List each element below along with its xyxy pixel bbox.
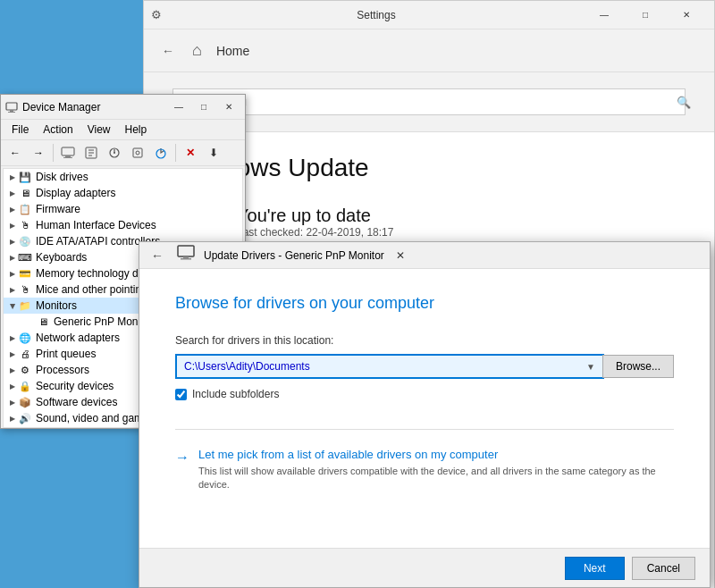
dm-icon-software: 📦 bbox=[18, 395, 32, 409]
ud-pick-driver-link[interactable]: → Let me pick from a list of available d… bbox=[175, 448, 674, 492]
dm-tool-update[interactable] bbox=[150, 142, 172, 164]
dm-menu-help[interactable]: Help bbox=[118, 122, 155, 138]
svg-rect-17 bbox=[183, 256, 189, 258]
svg-rect-16 bbox=[178, 246, 194, 256]
settings-search-icon: 🔍 bbox=[677, 96, 691, 109]
ud-monitor-icon bbox=[177, 245, 195, 265]
ud-checkbox-row: Include subfolders bbox=[175, 388, 674, 400]
svg-rect-3 bbox=[62, 147, 74, 155]
dm-icon-firmware: 📋 bbox=[18, 202, 32, 216]
update-status-heading: You're up to date bbox=[237, 206, 393, 226]
dm-expand-software: ▶ bbox=[7, 399, 18, 407]
dm-menu-view[interactable]: View bbox=[80, 122, 118, 138]
dm-icon-network: 🌐 bbox=[18, 331, 32, 345]
ud-search-label: Search for drivers in this location: bbox=[175, 334, 674, 347]
svg-point-12 bbox=[114, 152, 115, 154]
dm-close-btn[interactable]: ✕ bbox=[216, 97, 241, 118]
ud-divider bbox=[175, 429, 674, 430]
dm-menu-action[interactable]: Action bbox=[36, 122, 80, 138]
dm-expand-network: ▶ bbox=[7, 334, 18, 342]
ud-cancel-button[interactable]: Cancel bbox=[632, 557, 695, 580]
dm-expand-ide: ▶ bbox=[7, 238, 18, 246]
update-drivers-dialog: ← Update Drivers - Generic PnP Monitor ✕… bbox=[139, 241, 711, 588]
ud-nav: ← Update Drivers - Generic PnP Monitor bbox=[147, 245, 384, 266]
ud-next-button[interactable]: Next bbox=[565, 557, 625, 580]
ud-pick-link-desc: This list will show available drivers co… bbox=[198, 465, 674, 492]
dm-expand-firmware: ▶ bbox=[7, 206, 18, 214]
settings-nav-title: Home bbox=[216, 44, 249, 58]
svg-point-14 bbox=[136, 151, 139, 155]
dm-expand-disk: ▶ bbox=[7, 173, 18, 181]
dm-toolbar: ← → ✕ ⬇ bbox=[1, 140, 245, 166]
dm-expand-monitors: ▶ bbox=[9, 300, 17, 311]
dm-icon-sound: 🔊 bbox=[18, 411, 32, 425]
dm-tool-remove[interactable]: ✕ bbox=[180, 142, 201, 164]
ud-dialog-close-btn[interactable]: ✕ bbox=[384, 243, 416, 268]
dm-label-disk: Disk drives bbox=[36, 171, 88, 183]
dm-expand-hid: ▶ bbox=[7, 222, 18, 230]
svg-rect-0 bbox=[6, 103, 17, 110]
dm-tool-forward[interactable]: → bbox=[28, 142, 49, 164]
dm-expand-security: ▶ bbox=[7, 382, 18, 391]
dm-tool-sep1 bbox=[53, 144, 54, 162]
ud-back-btn[interactable]: ← bbox=[147, 245, 168, 266]
update-status-row: ↻ ✓ You're up to date Last checked: 22-0… bbox=[180, 200, 678, 243]
dm-item-hid[interactable]: ▶ 🖱 Human Interface Devices bbox=[4, 217, 242, 233]
ud-pick-text: Let me pick from a list of available dri… bbox=[198, 448, 674, 492]
dm-icon-keyboards: ⌨ bbox=[18, 250, 32, 265]
dm-icon-storage: 💾 bbox=[18, 427, 32, 428]
dm-minimize-btn[interactable]: — bbox=[166, 97, 191, 118]
ud-include-subfolders-checkbox[interactable] bbox=[175, 389, 187, 400]
dm-icon-mice: 🖱 bbox=[18, 282, 32, 297]
settings-window-title: Settings bbox=[169, 9, 584, 21]
update-status-text: You're up to date Last checked: 22-04-20… bbox=[237, 206, 393, 239]
svg-rect-4 bbox=[65, 155, 71, 157]
dm-tool-more[interactable]: ⬇ bbox=[203, 142, 224, 164]
settings-back-btn[interactable]: ← bbox=[158, 40, 178, 62]
dm-icon-hid: 🖱 bbox=[18, 218, 32, 232]
dm-item-display[interactable]: ▶ 🖥 Display adapters bbox=[4, 185, 242, 201]
svg-rect-18 bbox=[181, 258, 191, 260]
settings-close-btn[interactable]: ✕ bbox=[666, 1, 707, 29]
settings-nav: ← ⌂ Home bbox=[144, 29, 714, 72]
dm-icon-ide: 💿 bbox=[18, 234, 32, 248]
ud-path-input[interactable] bbox=[175, 354, 604, 379]
svg-rect-1 bbox=[10, 110, 13, 112]
dm-window-title: Device Manager bbox=[22, 101, 166, 113]
settings-search-input[interactable] bbox=[172, 88, 686, 115]
dm-expand-processors: ▶ bbox=[7, 366, 18, 374]
dm-label-security: Security devices bbox=[36, 380, 114, 392]
dm-expand-keyboards: ▶ bbox=[7, 254, 18, 262]
dm-menu-file[interactable]: File bbox=[4, 122, 36, 138]
dm-tool-back[interactable]: ← bbox=[4, 142, 26, 164]
dm-label-print: Print queues bbox=[36, 348, 96, 360]
settings-minimize-btn[interactable]: — bbox=[584, 1, 625, 29]
settings-titlebar: ⚙ Settings — □ ✕ bbox=[144, 1, 714, 29]
dm-expand-memory: ▶ bbox=[7, 270, 18, 278]
settings-maximize-btn[interactable]: □ bbox=[625, 1, 666, 29]
ud-dialog-title: Update Drivers - Generic PnP Monitor bbox=[204, 249, 384, 262]
svg-rect-2 bbox=[8, 112, 15, 113]
dm-tool-scan[interactable] bbox=[104, 142, 125, 164]
dm-tool-driver[interactable] bbox=[127, 142, 148, 164]
ud-pick-link-heading: Let me pick from a list of available dri… bbox=[198, 448, 674, 461]
dm-item-disk-drives[interactable]: ▶ 💾 Disk drives bbox=[4, 169, 242, 185]
dm-tool-props[interactable] bbox=[80, 142, 102, 164]
dm-titlebar: Device Manager — □ ✕ bbox=[1, 95, 245, 120]
ud-browse-button[interactable]: Browse... bbox=[602, 355, 674, 378]
dm-label-processors: Processors bbox=[36, 364, 89, 376]
dm-maximize-btn[interactable]: □ bbox=[191, 97, 216, 118]
dm-label-hid: Human Interface Devices bbox=[36, 219, 156, 231]
dm-icon-monitors: 📁 bbox=[18, 298, 32, 313]
dm-icon-print: 🖨 bbox=[18, 347, 32, 361]
dm-tool-sep2 bbox=[175, 144, 176, 162]
update-last-checked: Last checked: 22-04-2019, 18:17 bbox=[237, 226, 393, 239]
ud-browse-heading: Browse for drivers on your computer bbox=[175, 294, 674, 313]
dm-tool-computer[interactable] bbox=[57, 142, 79, 164]
dm-item-firmware[interactable]: ▶ 📋 Firmware bbox=[4, 201, 242, 217]
svg-rect-5 bbox=[63, 157, 72, 158]
dm-label-keyboards: Keyboards bbox=[36, 251, 87, 264]
ud-footer: Next Cancel bbox=[139, 548, 710, 587]
windows-update-title: Windows Update bbox=[180, 154, 678, 182]
settings-win-controls: — □ ✕ bbox=[584, 1, 707, 29]
